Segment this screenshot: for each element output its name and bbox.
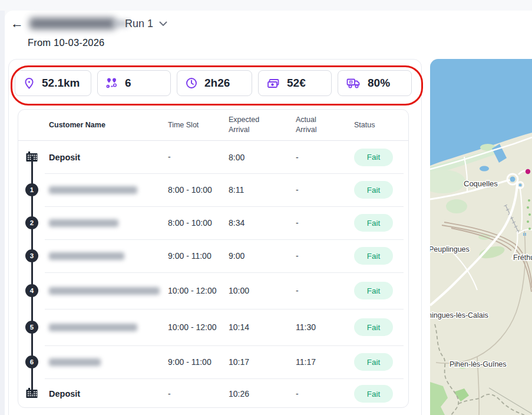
col-time-slot: Time Slot <box>168 120 229 130</box>
chevron-down-icon <box>159 21 167 27</box>
customer-name: Deposit <box>45 389 168 398</box>
expected-arrival-cell: 8:00 <box>229 153 296 162</box>
map-panel[interactable]: CoquellesPeuplinguesFréthuningues-lès-Ca… <box>430 59 532 415</box>
stop-number-badge: 2 <box>25 216 38 229</box>
status-badge: Fait <box>354 353 393 371</box>
status-cell: Fait <box>354 214 408 232</box>
stats-row: 52.1km62h2652€80% <box>15 70 412 96</box>
actual-arrival-cell: - <box>296 218 354 228</box>
expected-arrival-cell: 10:17 <box>229 357 296 367</box>
table-row-stop-5[interactable]: 510:00 - 12:0010:1411:30Fait <box>18 309 408 345</box>
status-badge: Fait <box>354 214 393 232</box>
actual-arrival-cell: - <box>296 153 354 162</box>
map-roundabout-pond <box>510 177 516 182</box>
map-stop-marker[interactable] <box>526 169 530 174</box>
row-divider <box>45 173 404 174</box>
customer-name-cell: Deposit <box>45 153 168 162</box>
location-pin-icon <box>24 77 35 90</box>
table-row-stop-1[interactable]: 18:00 - 10:008:11-Fait <box>18 173 408 206</box>
stat-card-duration: 2h26 <box>177 70 252 96</box>
customer-name-cell <box>45 219 168 227</box>
time-slot-cell: 8:00 - 10:00 <box>168 217 219 229</box>
actual-arrival-cell: - <box>296 286 354 295</box>
table-row-depot[interactable]: Deposit-10:26-Fait <box>18 378 408 408</box>
actual-arrival-cell: - <box>296 251 354 261</box>
status-cell: Fait <box>354 247 408 265</box>
time-slot-cell: 8:00 - 10:00 <box>168 184 219 196</box>
status-badge: Fait <box>354 149 393 166</box>
expected-arrival-cell: 8:11 <box>229 185 296 195</box>
stat-value-load-rate: 80% <box>368 77 390 90</box>
table-body: Deposit-8:00-Fait18:00 - 10:008:11-Fait2… <box>18 141 408 408</box>
actual-arrival-cell: 11:30 <box>296 322 354 332</box>
col-status: Status <box>354 120 408 130</box>
row-divider <box>45 206 404 207</box>
status-cell: Fait <box>354 318 408 336</box>
run-selector[interactable]: Run 1 <box>125 18 167 30</box>
customer-name-redacted <box>49 252 124 260</box>
customer-name-redacted <box>49 287 160 295</box>
map-place-label: Fréthu <box>513 253 532 262</box>
actual-arrival-cell: - <box>296 185 354 195</box>
table-row-stop-3[interactable]: 39:00 - 11:009:00-Fait <box>18 239 408 272</box>
stat-card-stops-count: 6 <box>97 70 171 96</box>
expected-arrival-cell: 10:26 <box>229 389 296 398</box>
time-slot-cell: 9:00 - 11:00 <box>168 356 219 368</box>
col-customer-name: Customer Name <box>45 120 168 130</box>
col-actual-arrival: Actual Arrival <box>296 115 333 135</box>
map-place-label: Peuplingues <box>430 245 470 253</box>
stops-table: Customer Name Time Slot Expected Arrival… <box>18 109 409 408</box>
status-badge: Fait <box>354 385 393 403</box>
table-header-row: Customer Name Time Slot Expected Arrival… <box>18 110 408 141</box>
map-place-label: Pihen-lès-Guînes <box>450 360 507 368</box>
route-stops-icon <box>106 77 118 89</box>
customer-name-cell <box>45 186 168 194</box>
customer-name-cell <box>45 252 168 260</box>
table-row-depot[interactable]: Deposit-8:00-Fait <box>18 141 408 173</box>
status-badge: Fait <box>354 181 393 199</box>
stat-value-cost: 52€ <box>287 77 306 90</box>
customer-name-cell <box>45 324 168 331</box>
customer-name-cell <box>45 358 168 366</box>
run-date: From 10-03-2026 <box>28 37 104 48</box>
map-place-label: Coquelles <box>464 179 498 188</box>
status-cell: Fait <box>354 181 408 199</box>
vehicle-plate-redacted <box>29 18 115 29</box>
expected-arrival-cell: 10:00 <box>229 286 296 295</box>
status-badge: Fait <box>354 282 393 299</box>
time-slot-cell: 9:00 - 11:00 <box>168 250 219 262</box>
stat-card-load-rate: 80% <box>338 70 412 96</box>
customer-name: Deposit <box>45 153 168 162</box>
table-row-stop-6[interactable]: 69:00 - 11:0010:1711:17Fait <box>18 345 408 378</box>
map-roundabout-pond <box>519 184 522 187</box>
stat-card-distance: 52.1km <box>15 70 91 96</box>
status-cell: Fait <box>354 385 408 403</box>
customer-name-redacted <box>49 219 118 227</box>
map-place-label: ningues-lès-Calais <box>430 311 488 320</box>
back-button[interactable]: ← <box>9 16 25 31</box>
stat-value-stops-count: 6 <box>125 77 131 90</box>
page-left-gutter <box>0 11 5 415</box>
customer-name-redacted <box>49 324 137 331</box>
stop-number-badge: 3 <box>25 249 38 262</box>
clock-icon <box>186 77 197 89</box>
customer-name-redacted <box>49 358 101 366</box>
run-detail-page: ← Run 1 From 10-03-2026 52.1km62h2652€80… <box>0 0 532 415</box>
time-slot-cell: - <box>168 388 219 400</box>
expected-arrival-cell: 9:00 <box>229 251 296 261</box>
table-row-stop-4[interactable]: 410:00 - 12:0010:00-Fait <box>18 272 408 309</box>
expected-arrival-cell: 8:34 <box>229 218 296 228</box>
customer-name-cell: Deposit <box>45 389 168 398</box>
status-cell: Fait <box>354 353 408 371</box>
delivery-truck-icon <box>346 77 361 89</box>
customer-name-redacted <box>49 186 137 194</box>
row-divider <box>45 309 404 309</box>
stop-number-badge: 4 <box>25 284 38 297</box>
status-cell: Fait <box>354 282 408 299</box>
time-slot-cell: 10:00 - 12:00 <box>168 285 219 297</box>
actual-arrival-cell: 11:17 <box>296 357 354 367</box>
map-pond <box>480 166 489 172</box>
stat-value-distance: 52.1km <box>42 77 80 90</box>
stop-number-badge: 5 <box>25 321 38 334</box>
table-row-stop-2[interactable]: 28:00 - 10:008:34-Fait <box>18 206 408 239</box>
